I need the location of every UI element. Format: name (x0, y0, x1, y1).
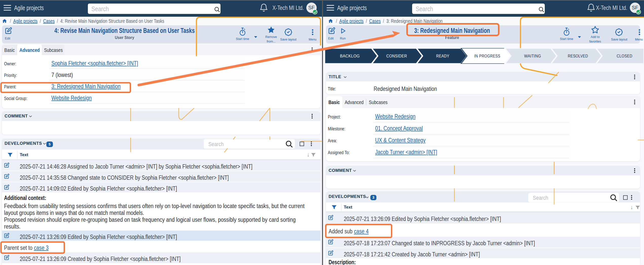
svg-text:IN PROGRESS: IN PROGRESS (474, 54, 500, 58)
svg-text:RESOLVED: RESOLVED (568, 54, 588, 58)
svg-text:CLOSED: CLOSED (617, 54, 632, 58)
svg-text:WAITING: WAITING (524, 54, 541, 58)
svg-text:CONSIDER: CONSIDER (386, 54, 407, 58)
svg-text:READY: READY (436, 54, 449, 58)
svg-text:BACKLOG: BACKLOG (340, 54, 360, 58)
